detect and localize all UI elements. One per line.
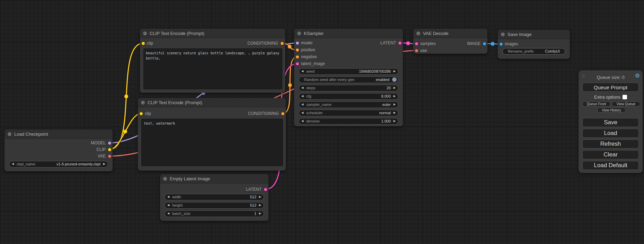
widget-decrement-arrow[interactable]: ◀: [12, 163, 14, 165]
toggle-indicator[interactable]: [392, 78, 397, 82]
input-slot-label: samples: [420, 41, 436, 46]
widget-increment-arrow[interactable]: ▶: [259, 212, 261, 215]
view-history-button[interactable]: View History: [597, 108, 626, 112]
queue-prompt-button[interactable]: Queue Prompt: [582, 83, 639, 92]
node-save-image[interactable]: Save Imageimagesfilename_prefixComfyUI: [498, 30, 570, 59]
widget-increment-arrow[interactable]: ▶: [259, 196, 261, 198]
widget-decrement-arrow[interactable]: ◀: [167, 196, 169, 198]
output-slot-CONDITIONING[interactable]: [281, 112, 284, 115]
node-titlebar[interactable]: CLIP Text Encode (Prompt): [140, 29, 285, 38]
node-title: KSampler: [304, 31, 324, 36]
input-slot-clip[interactable]: [140, 112, 143, 115]
widget-label: scheduler: [306, 111, 323, 115]
node-titlebar[interactable]: VAE Decode: [413, 29, 487, 38]
widget-increment-arrow[interactable]: ▶: [394, 87, 396, 89]
widget-ckpt_name[interactable]: ◀▶ckpt_namev1-5-pruned-emaonly.ckpt: [9, 161, 108, 168]
widget-increment-arrow[interactable]: ▶: [394, 111, 396, 114]
node-titlebar[interactable]: Empty Latent Image: [160, 174, 268, 183]
prompt-textarea[interactable]: beautiful scenery nature glass bottle la…: [143, 48, 282, 89]
node-vae-decode[interactable]: VAE DecodesamplesvaeIMAGE: [413, 29, 487, 54]
output-slot-LATENT[interactable]: [398, 42, 402, 45]
prompt-textarea[interactable]: text, watermark: [141, 119, 283, 166]
node-titlebar[interactable]: CLIP Text Encode (Prompt): [138, 98, 286, 107]
widget-value: 512: [250, 195, 256, 199]
input-slot-vae[interactable]: [415, 49, 418, 52]
widget-steps[interactable]: ◀▶steps20: [299, 85, 398, 91]
widget-height[interactable]: ◀▶height512: [165, 202, 264, 209]
input-slot-latent_image[interactable]: [296, 62, 299, 65]
load-button[interactable]: Load: [582, 129, 639, 138]
input-slot-images[interactable]: [500, 43, 503, 46]
node-titlebar[interactable]: Load Checkpoint: [5, 129, 113, 139]
output-slot-LATENT[interactable]: [264, 188, 267, 191]
load-default-button[interactable]: Load Default: [582, 161, 639, 170]
view-queue-button[interactable]: View Queue: [612, 101, 640, 107]
widget-increment-arrow[interactable]: ▶: [394, 95, 396, 98]
widget-increment-arrow[interactable]: ▶: [394, 70, 396, 73]
gear-icon[interactable]: ⚙: [635, 73, 640, 79]
widget-decrement-arrow[interactable]: ◀: [301, 87, 303, 89]
collapse-dot[interactable]: [501, 33, 505, 36]
collapse-dot[interactable]: [163, 177, 167, 181]
widget-value: 8.000: [381, 94, 391, 98]
output-slot-CONDITIONING[interactable]: [281, 42, 284, 45]
widget-increment-arrow[interactable]: ▶: [103, 163, 105, 165]
node-clip-encode-negative[interactable]: CLIP Text Encode (Prompt)clipCONDITIONIN…: [138, 98, 286, 171]
input-slot-positive[interactable]: [296, 48, 299, 52]
queue-front-button[interactable]: Queue Front: [582, 101, 610, 107]
input-slot-samples[interactable]: [415, 42, 418, 45]
widget-decrement-arrow[interactable]: ◀: [301, 70, 303, 73]
input-slot-negative[interactable]: [296, 55, 299, 58]
save-button[interactable]: Save: [582, 118, 639, 127]
widget-value: 512: [250, 203, 256, 207]
input-slot-clip[interactable]: [142, 42, 145, 45]
node-title: Empty Latent Image: [170, 176, 210, 181]
node-empty-latent[interactable]: Empty Latent ImageLATENT◀▶width512◀▶heig…: [160, 174, 268, 221]
widget-decrement-arrow[interactable]: ◀: [167, 212, 169, 215]
node-load-checkpoint[interactable]: Load CheckpointMODELCLIPVAE◀▶ckpt_namev1…: [5, 129, 113, 171]
output-slot-label: VAE: [98, 154, 106, 159]
link-midpoint-dot: [288, 45, 292, 48]
widget-batch_size[interactable]: ◀▶batch_size1: [165, 210, 264, 217]
graph-canvas[interactable]: Load CheckpointMODELCLIPVAE◀▶ckpt_namev1…: [0, 0, 644, 244]
widget-increment-arrow[interactable]: ▶: [259, 204, 261, 207]
node-titlebar[interactable]: KSampler: [294, 29, 403, 38]
widget-value: v1-5-pruned-emaonly.ckpt: [56, 162, 100, 166]
input-slot-model[interactable]: [296, 42, 299, 45]
widget-width[interactable]: ◀▶width512: [165, 194, 264, 200]
output-slot-label: MODEL: [91, 141, 106, 145]
widget-cfg[interactable]: ◀▶cfg8.000: [299, 93, 398, 100]
widget-sampler_name[interactable]: ◀▶sampler_nameeuler: [299, 101, 398, 108]
node-ksampler[interactable]: KSamplermodelpositivenegativelatent_imag…: [294, 29, 403, 126]
widget-decrement-arrow[interactable]: ◀: [301, 95, 303, 98]
node-clip-encode-positive[interactable]: CLIP Text Encode (Prompt)clipCONDITIONIN…: [140, 29, 285, 93]
output-slot-label: LATENT: [246, 187, 262, 192]
widget-increment-arrow[interactable]: ▶: [394, 103, 396, 106]
collapse-dot[interactable]: [297, 31, 301, 35]
widget-label: filename_prefix: [508, 49, 534, 53]
widget-decrement-arrow[interactable]: ◀: [167, 204, 169, 207]
link-midpoint-dot: [123, 130, 127, 134]
output-slot-IMAGE[interactable]: [483, 42, 486, 45]
node-titlebar[interactable]: Save Image: [498, 30, 570, 39]
extra-options-checkbox[interactable]: [623, 95, 627, 99]
refresh-button[interactable]: Refresh: [582, 139, 639, 148]
collapse-dot[interactable]: [416, 31, 420, 35]
widget-denoise[interactable]: ◀▶denoise1.000: [299, 118, 398, 125]
clear-button[interactable]: Clear: [582, 150, 639, 159]
widget-seed[interactable]: ◀▶seed156680208700286: [299, 68, 398, 75]
collapse-dot[interactable]: [141, 101, 145, 105]
collapse-dot[interactable]: [143, 31, 147, 35]
widget-decrement-arrow[interactable]: ◀: [301, 103, 303, 106]
widget-filename_prefix[interactable]: filename_prefixComfyUI: [502, 48, 565, 55]
widget-increment-arrow[interactable]: ▶: [394, 120, 396, 123]
widget-Random seed after every gen[interactable]: Random seed after every genenabled: [299, 76, 398, 83]
output-slot-MODEL[interactable]: [108, 142, 111, 145]
output-slot-VAE[interactable]: [108, 155, 111, 158]
widget-scheduler[interactable]: ◀▶schedulernormal: [299, 110, 398, 116]
input-slot-label: clip: [145, 111, 151, 116]
collapse-dot[interactable]: [8, 132, 11, 136]
widget-decrement-arrow[interactable]: ◀: [301, 120, 303, 123]
output-slot-CLIP[interactable]: [108, 148, 111, 151]
widget-decrement-arrow[interactable]: ◀: [301, 111, 303, 114]
